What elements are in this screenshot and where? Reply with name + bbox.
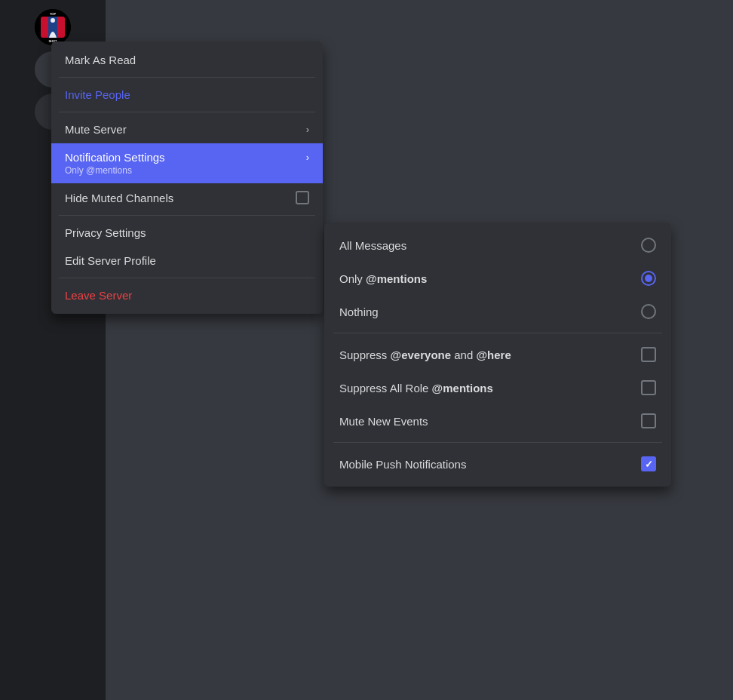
notification-settings-chevron-icon: › [306,152,309,163]
menu-item-mute-server-label: Mute Server [65,123,127,136]
notif-all-messages-radio[interactable] [641,238,656,253]
hide-muted-channels-checkbox[interactable] [296,191,309,204]
notif-nothing-label: Nothing [339,305,641,318]
notif-nothing-radio[interactable] [641,304,656,319]
notif-item-suppress-everyone[interactable]: Suppress @everyone and @here [324,338,671,371]
menu-item-notification-settings[interactable]: Notification Settings › Only @mentions [51,143,323,183]
context-menu: Mark As Read Invite People Mute Server ›… [51,41,323,314]
notif-suppress-everyone-label: Suppress @everyone and @here [339,348,641,361]
menu-item-hide-muted-channels[interactable]: Hide Muted Channels [51,183,323,212]
notif-suppress-everyone-checkbox[interactable] [641,347,656,362]
mute-server-chevron-icon: › [306,124,309,135]
menu-item-leave-server[interactable]: Leave Server [51,281,323,309]
notification-settings-header: Notification Settings › [65,151,309,164]
notif-only-mentions-label: Only @mentions [339,272,641,285]
menu-item-hide-muted-channels-label: Hide Muted Channels [65,192,173,204]
menu-item-privacy-settings-label: Privacy Settings [65,226,146,239]
server-icon-nba[interactable]: TOP SHOT [35,9,71,45]
divider-3 [59,215,315,216]
notif-mute-new-events-label: Mute New Events [339,415,641,428]
menu-item-mark-as-read-label: Mark As Read [65,54,136,66]
divider-2 [59,112,315,112]
divider-1 [59,77,315,78]
notif-mobile-push-checkbox[interactable] [641,456,656,471]
menu-item-leave-server-label: Leave Server [65,289,132,302]
notif-suppress-role-checkbox[interactable] [641,380,656,395]
notif-all-messages-label: All Messages [339,239,641,252]
notification-submenu: All Messages Only @mentions Nothing Supp… [324,223,671,487]
notif-item-mobile-push[interactable]: Mobile Push Notifications [324,447,671,480]
notif-divider-2 [333,442,662,443]
notif-mobile-push-label: Mobile Push Notifications [339,458,641,471]
svg-point-3 [51,18,55,23]
menu-item-invite-people-label: Invite People [65,88,130,101]
notif-item-only-mentions[interactable]: Only @mentions [324,262,671,295]
menu-item-edit-server-profile-label: Edit Server Profile [65,254,156,267]
notif-mute-new-events-checkbox[interactable] [641,413,656,428]
notif-divider-1 [333,333,662,333]
notif-item-suppress-role-mentions[interactable]: Suppress All Role @mentions [324,371,671,404]
menu-item-privacy-settings[interactable]: Privacy Settings [51,219,323,247]
notif-suppress-role-label: Suppress All Role @mentions [339,382,641,395]
menu-item-mute-server[interactable]: Mute Server › [51,115,323,143]
notif-item-mute-new-events[interactable]: Mute New Events [324,404,671,438]
notif-only-mentions-radio[interactable] [641,271,656,286]
menu-item-notification-settings-label: Notification Settings [65,151,165,164]
divider-4 [59,278,315,278]
svg-text:TOP: TOP [50,12,56,16]
notification-settings-subtitle: Only @mentions [65,165,132,176]
menu-item-edit-server-profile[interactable]: Edit Server Profile [51,247,323,275]
menu-item-mark-as-read[interactable]: Mark As Read [51,46,323,74]
menu-item-invite-people[interactable]: Invite People [51,81,323,109]
notif-item-nothing[interactable]: Nothing [324,295,671,328]
notif-item-all-messages[interactable]: All Messages [324,229,671,262]
